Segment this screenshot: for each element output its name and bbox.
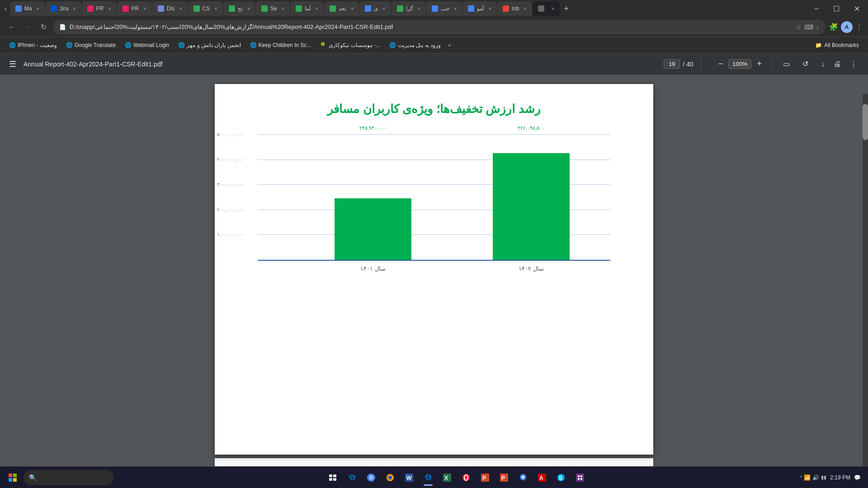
tab-14[interactable]: آمو × bbox=[462, 1, 496, 16]
y-label-300: ۳۰۰,۰۰۰,۰۰۰ bbox=[217, 182, 244, 188]
svg-rect-5 bbox=[333, 474, 336, 477]
tab-close-10[interactable]: × bbox=[351, 6, 354, 11]
tab-3[interactable]: PR × bbox=[82, 1, 117, 16]
page-number-input[interactable] bbox=[664, 59, 680, 69]
tab-12[interactable]: گزا × bbox=[392, 1, 426, 16]
tray-expand[interactable]: ^ bbox=[800, 474, 802, 481]
extensions-puzzle[interactable]: 🧩 bbox=[829, 23, 838, 31]
tab-scroll-left[interactable]: ‹ bbox=[2, 3, 9, 14]
tab-close-14[interactable]: × bbox=[488, 6, 491, 11]
back-button[interactable]: ← bbox=[5, 21, 18, 33]
download-pdf-button[interactable]: ↓ bbox=[817, 58, 828, 70]
tab-13[interactable]: خب × bbox=[426, 1, 462, 16]
taskbar-time[interactable]: 2:19 PM bbox=[830, 474, 850, 481]
tab-close-4[interactable]: × bbox=[143, 6, 146, 11]
x-axis: سال ۱۴۰۱ سال ۱۴۰۲ bbox=[294, 265, 610, 272]
tab-1[interactable]: Ma × bbox=[10, 1, 45, 16]
extensions-icon[interactable]: ⌨ bbox=[804, 23, 813, 31]
minimize-button[interactable]: – bbox=[808, 0, 825, 17]
profile-avatar[interactable]: A bbox=[841, 21, 853, 33]
tab-close-9[interactable]: × bbox=[315, 6, 318, 11]
tab-close-11[interactable]: × bbox=[382, 6, 385, 11]
taskbar-skype[interactable]: S bbox=[552, 469, 570, 487]
tab-close-13[interactable]: × bbox=[454, 6, 457, 11]
tab-close-15[interactable]: × bbox=[524, 6, 527, 11]
bar-group-1402: ۴۲۶,۰۹۸,۵۰۰ bbox=[452, 134, 610, 260]
tab-close-7[interactable]: × bbox=[247, 6, 250, 11]
bookmarks-more[interactable]: » bbox=[448, 42, 451, 48]
maximize-button[interactable]: ☐ bbox=[827, 0, 846, 17]
bookmark-nikokari[interactable]: 🍀 موسسات نیکوکاری -... bbox=[316, 41, 384, 50]
all-bookmarks[interactable]: 📁 All Bookmarks bbox=[811, 41, 863, 50]
taskbar-firefox[interactable] bbox=[381, 469, 399, 487]
taskbar-edge2[interactable] bbox=[419, 469, 437, 487]
sidebar-toggle[interactable]: ☰ bbox=[7, 57, 18, 71]
tab-close-1[interactable]: × bbox=[36, 6, 39, 11]
tab-10[interactable]: تحد × bbox=[324, 1, 359, 16]
taskbar-acrobat[interactable]: A bbox=[533, 469, 551, 487]
bookmark-google-translate[interactable]: 🌐 Google Translate bbox=[62, 41, 119, 50]
tab-close-5[interactable]: × bbox=[179, 6, 182, 11]
taskbar-edge[interactable] bbox=[343, 469, 361, 487]
tab-close-12[interactable]: × bbox=[418, 6, 420, 11]
bookmark-panel[interactable]: 🌐 ورود به پنل مدیریت bbox=[386, 41, 444, 50]
tab-11[interactable]: ی × bbox=[359, 1, 391, 16]
volume-icon[interactable]: 🔊 bbox=[812, 474, 819, 481]
zoom-value: 100% bbox=[728, 59, 751, 69]
tab-close-6[interactable]: × bbox=[214, 6, 217, 11]
taskbar-word[interactable]: W bbox=[400, 469, 418, 487]
bookmark-anjoman[interactable]: 🌐 انجمن یاران دانش و مهر bbox=[175, 41, 244, 50]
svg-rect-1 bbox=[13, 474, 17, 477]
svg-rect-30 bbox=[576, 474, 584, 482]
reload-button[interactable]: ↻ bbox=[38, 21, 49, 33]
fit-page-button[interactable]: ▭ bbox=[779, 58, 793, 70]
tab-6[interactable]: CS × bbox=[188, 1, 223, 16]
url-bar[interactable]: 📄 D:/snapp/گزارش‌های%20سال‌های%20اسنپ/۱۴… bbox=[53, 20, 826, 34]
tab-2[interactable]: Jira × bbox=[45, 1, 81, 16]
tab-close-2[interactable]: × bbox=[73, 6, 75, 11]
taskbar-powerpoint[interactable]: P bbox=[476, 469, 494, 487]
taskbar-maps[interactable] bbox=[514, 469, 532, 487]
start-button[interactable] bbox=[4, 469, 22, 487]
bookmark-star[interactable]: ☆ bbox=[796, 23, 802, 31]
tab-close-16[interactable]: × bbox=[552, 6, 554, 11]
print-button[interactable]: 🖨 bbox=[830, 58, 844, 70]
tab-4[interactable]: PR × bbox=[117, 1, 152, 16]
battery-icon[interactable]: ▮▮ bbox=[821, 474, 826, 480]
svg-rect-6 bbox=[329, 478, 332, 481]
taskbar-search[interactable]: 🔍 bbox=[24, 470, 114, 485]
more-menu[interactable]: ⋮ bbox=[855, 23, 863, 31]
rotate-button[interactable]: ↺ bbox=[799, 58, 812, 70]
tab-7[interactable]: تح × bbox=[223, 1, 255, 16]
zoom-out-button[interactable]: − bbox=[716, 58, 726, 70]
bookmark-webmail[interactable]: 🌐 Webmail Login bbox=[121, 41, 173, 50]
network-icon[interactable]: 📶 bbox=[804, 474, 811, 481]
zoom-in-button[interactable]: + bbox=[754, 58, 764, 70]
tab-16-active[interactable]: × bbox=[533, 1, 560, 16]
bookmark-keep[interactable]: 🌐 Keep Children In Sc... bbox=[246, 41, 315, 50]
taskbar-chrome[interactable] bbox=[362, 469, 380, 487]
chart-area: ۵۰۰,۰۰۰,۰۰۰ ۴۰۰,۰۰۰,۰۰۰ ۳۰۰,۰۰۰,۰۰۰ ۲۰۰,… bbox=[258, 134, 610, 272]
tab-5[interactable]: Dis × bbox=[152, 1, 188, 16]
taskbar-misc[interactable] bbox=[571, 469, 589, 487]
more-pdf-options[interactable]: ⋮ bbox=[846, 58, 861, 70]
tab-8[interactable]: Se × bbox=[256, 1, 290, 16]
taskbar-excel[interactable]: X bbox=[438, 469, 456, 487]
tab-15[interactable]: Inb × bbox=[497, 1, 532, 16]
bookmark-ipimen[interactable]: 🌐 IPImen - وضعیت bbox=[5, 41, 61, 50]
new-tab-button[interactable]: + bbox=[560, 2, 572, 15]
download-icon[interactable]: ↓ bbox=[816, 23, 819, 31]
taskbar-powerpoint2[interactable]: P bbox=[495, 469, 513, 487]
close-button[interactable]: ✕ bbox=[848, 0, 866, 17]
bookmark-favicon-anjoman: 🌐 bbox=[178, 42, 184, 48]
scrollbar-thumb[interactable] bbox=[863, 104, 868, 140]
tab-close-3[interactable]: × bbox=[108, 6, 111, 11]
tab-9[interactable]: آما × bbox=[290, 1, 323, 16]
tab-close-8[interactable]: × bbox=[282, 6, 284, 11]
taskbar: 🔍 bbox=[0, 466, 868, 488]
taskbar-opera[interactable] bbox=[457, 469, 475, 487]
forward-button[interactable]: → bbox=[22, 21, 34, 33]
taskbar-task-view[interactable] bbox=[324, 469, 342, 487]
svg-text:X: X bbox=[444, 475, 448, 481]
notification-icon[interactable]: 💬 bbox=[854, 474, 861, 481]
